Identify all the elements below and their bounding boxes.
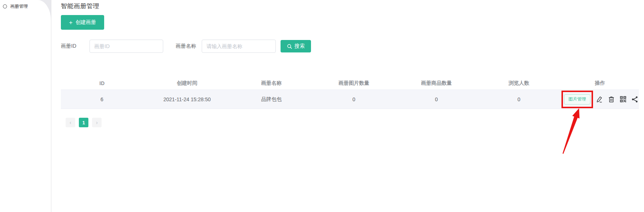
cell-id: 6 [61, 96, 143, 102]
column-header-view-count: 浏览人数 [477, 80, 561, 87]
annotation-arrow [558, 107, 583, 154]
sidebar-corner-decoration [38, 0, 51, 21]
column-header-id: ID [61, 80, 143, 86]
chevron-right-icon: › [96, 120, 98, 125]
search-form: 画册ID 画册名称 搜索 [61, 40, 644, 53]
album-id-label: 画册ID [61, 43, 76, 50]
create-album-button[interactable]: + 创建画册 [61, 15, 104, 30]
column-header-image-count: 画册图片数量 [312, 80, 396, 87]
circle-bullet-icon [3, 4, 7, 8]
album-management-page: 画册管理 智能画册管理 + 创建画册 画册ID 画册名称 搜索 ID [0, 0, 644, 212]
main-content: 智能画册管理 + 创建画册 画册ID 画册名称 搜索 ID 创建时间 画册名称 [52, 0, 644, 212]
album-name-label: 画册名称 [176, 43, 196, 50]
table-header-row: ID 创建时间 画册名称 画册图片数量 画册商品数量 浏览人数 操作 [61, 77, 639, 90]
table-row: 6 2021-11-24 15:28:50 品牌包包 0 0 0 图片管理 [61, 90, 639, 109]
album-name-input[interactable] [202, 40, 276, 53]
pagination-prev-button[interactable]: ‹ [66, 118, 75, 127]
edit-icon[interactable] [596, 95, 604, 103]
search-button-label: 搜索 [294, 43, 305, 50]
cell-created-time: 2021-11-24 15:28:50 [143, 96, 231, 102]
plus-icon: + [69, 19, 73, 26]
search-icon [287, 44, 292, 49]
search-button[interactable]: 搜索 [281, 40, 311, 52]
create-album-label: 创建画册 [76, 19, 96, 26]
cell-product-count: 0 [396, 96, 477, 102]
qrcode-icon[interactable] [619, 95, 627, 103]
pagination-next-button[interactable]: › [92, 118, 102, 127]
chevron-left-icon: ‹ [70, 120, 72, 125]
column-header-name: 画册名称 [231, 80, 312, 87]
column-header-created: 创建时间 [143, 80, 231, 87]
image-management-wrap: 图片管理 [561, 91, 593, 108]
cell-actions: 图片管理 [561, 91, 639, 108]
page-title: 智能画册管理 [61, 2, 644, 10]
album-table: ID 创建时间 画册名称 画册图片数量 画册商品数量 浏览人数 操作 6 202… [61, 77, 639, 109]
pagination-page-1[interactable]: 1 [79, 118, 88, 127]
sidebar-item-label: 画册管理 [10, 3, 28, 10]
cell-view-count: 0 [477, 96, 561, 102]
image-management-button[interactable]: 图片管理 [564, 94, 590, 105]
pagination: ‹ 1 › [66, 118, 644, 127]
column-header-product-count: 画册商品数量 [396, 80, 477, 87]
cell-album-name: 品牌包包 [231, 96, 312, 103]
cell-image-count: 0 [312, 96, 396, 102]
delete-icon[interactable] [607, 95, 615, 103]
column-header-actions: 操作 [561, 80, 639, 87]
sidebar: 画册管理 [0, 0, 51, 212]
album-id-input[interactable] [89, 40, 163, 53]
share-icon[interactable] [631, 95, 639, 103]
row-action-icons [596, 95, 639, 103]
